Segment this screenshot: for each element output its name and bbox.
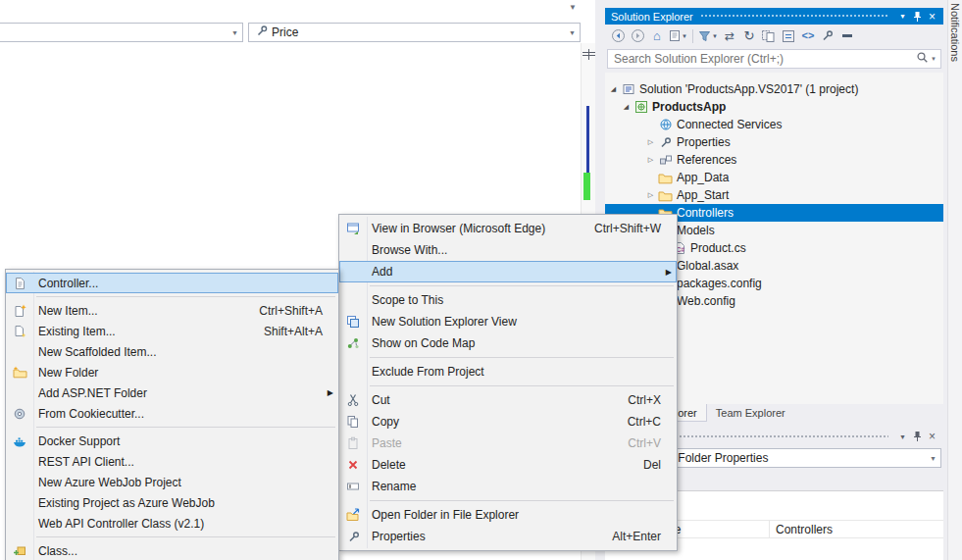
menu-separator	[370, 357, 674, 358]
cut-icon	[341, 393, 365, 407]
add-submenu: Controller... New Item... Ctrl+Shift+A E…	[5, 269, 339, 560]
chevron-down-icon[interactable]: ▼	[569, 3, 577, 12]
menu-item-new-azure-webjob-project[interactable]: New Azure WebJob Project	[6, 472, 338, 492]
menu-item-scope-to-this[interactable]: Scope to This	[339, 289, 677, 311]
tree-item-app-start[interactable]: ▷ App_Start	[605, 186, 943, 204]
close-icon[interactable]: ×	[925, 10, 939, 24]
menu-item-web-api-controller-class[interactable]: Web API Controller Class (v2.1)	[6, 513, 338, 534]
code-map-icon	[341, 336, 365, 350]
solution-explorer-toolbar: ⌂ ▼ ▼ ⇄ ↻ <>	[605, 25, 943, 47]
expander-icon[interactable]: ▷	[644, 138, 657, 146]
tree-item-references[interactable]: ▷ References	[605, 151, 943, 169]
refresh-icon[interactable]: ↻	[739, 26, 759, 46]
view-code-icon[interactable]: <>	[798, 26, 818, 46]
menu-separator	[36, 296, 335, 297]
wrench-icon	[255, 25, 268, 40]
show-all-files-icon[interactable]	[759, 26, 779, 46]
tree-item-app-data[interactable]: App_Data	[605, 169, 943, 186]
expander-icon[interactable]: ▷	[644, 156, 657, 164]
chevron-down-icon[interactable]: ▼	[926, 449, 940, 467]
preview-selected-items-icon[interactable]	[837, 26, 857, 46]
expander-icon[interactable]: ◢	[607, 85, 620, 93]
menu-item-delete[interactable]: Delete Del	[339, 454, 677, 476]
browser-icon	[341, 222, 365, 235]
notifications-strip[interactable]: Notifications	[947, 0, 962, 560]
menu-item-browse-with[interactable]: Browse With...	[339, 239, 677, 261]
menu-separator	[36, 427, 335, 428]
menu-item-rest-api-client[interactable]: REST API Client...	[6, 451, 338, 472]
tree-item-solution[interactable]: ◢ Solution 'ProductsApp.VS2017' (1 proje…	[605, 80, 943, 98]
sync-active-document-icon[interactable]: ⇄	[720, 26, 739, 46]
menu-item-add[interactable]: Add ▶	[339, 261, 677, 282]
menu-separator	[370, 285, 674, 286]
tab-team-explorer[interactable]: Team Explorer	[707, 404, 794, 422]
filter-icon[interactable]: ▼	[696, 26, 720, 46]
nav-members-dropdown[interactable]: Price ▼	[248, 23, 581, 42]
cookiecutter-icon	[8, 407, 31, 421]
existing-item-icon	[8, 325, 31, 338]
back-icon[interactable]	[608, 26, 628, 46]
collapse-all-icon[interactable]	[779, 26, 798, 46]
menu-item-docker-support[interactable]: Docker Support	[6, 431, 338, 451]
menu-item-new-folder[interactable]: New Folder	[6, 362, 338, 382]
search-input[interactable]	[614, 52, 916, 66]
menu-item-add-aspnet-folder[interactable]: Add ASP.NET Folder ▶	[6, 382, 338, 403]
menu-item-class[interactable]: Class...	[6, 540, 338, 560]
tree-item-project[interactable]: ◢ ProductsApp	[605, 98, 943, 116]
nav-members-value: Price	[272, 25, 298, 39]
menu-item-copy[interactable]: Copy Ctrl+C	[339, 411, 677, 433]
project-icon	[633, 100, 649, 114]
split-editor-handle[interactable]	[582, 49, 595, 63]
paste-icon	[341, 436, 365, 450]
menu-separator	[370, 385, 674, 386]
pin-icon[interactable]	[910, 10, 925, 24]
menu-item-exclude-from-project[interactable]: Exclude From Project	[339, 361, 677, 382]
search-icon[interactable]	[916, 51, 929, 67]
menu-item-view-in-browser[interactable]: View in Browser (Microsoft Edge) Ctrl+Sh…	[339, 218, 677, 239]
new-item-icon	[8, 304, 31, 318]
properties-icon[interactable]	[818, 26, 837, 46]
menu-item-existing-project-as-azure-webjob[interactable]: Existing Project as Azure WebJob	[6, 492, 338, 513]
menu-item-new-item[interactable]: New Item... Ctrl+Shift+A	[6, 300, 338, 321]
rename-icon	[341, 480, 365, 493]
titlebar-grip	[667, 434, 888, 439]
expander-icon[interactable]: ◢	[620, 103, 633, 111]
close-icon[interactable]: ×	[925, 430, 939, 443]
menu-item-controller[interactable]: Controller...	[6, 273, 338, 293]
menu-item-from-cookiecutter[interactable]: From Cookiecutter...	[6, 403, 338, 424]
menu-item-new-solution-explorer-view[interactable]: New Solution Explorer View	[339, 311, 677, 332]
menu-separator	[370, 500, 674, 501]
chevron-down-icon[interactable]: ▼	[565, 24, 580, 41]
references-icon	[657, 153, 674, 167]
home-icon[interactable]: ⌂	[647, 26, 667, 46]
menu-item-rename[interactable]: Rename	[339, 476, 677, 497]
notifications-label: Notifications	[949, 3, 961, 62]
solution-explorer-search: ▼	[607, 49, 941, 69]
solution-icon	[620, 82, 636, 96]
menu-item-properties[interactable]: Properties Alt+Enter	[339, 526, 677, 547]
menu-item-new-scaffolded-item[interactable]: New Scaffolded Item...	[6, 341, 338, 362]
menu-item-cut[interactable]: Cut Ctrl+X	[339, 389, 677, 411]
nav-types-dropdown[interactable]: ▼	[0, 23, 243, 42]
chevron-down-icon[interactable]: ▼	[931, 56, 937, 62]
submenu-arrow-icon: ▶	[328, 388, 333, 397]
solution-explorer-view-icon	[341, 315, 365, 329]
folder-icon	[657, 172, 674, 184]
menu-item-existing-item[interactable]: Existing Item... Shift+Alt+A	[6, 321, 338, 341]
menu-item-open-folder-in-file-explorer[interactable]: Open Folder in File Explorer	[339, 504, 677, 526]
window-position-icon[interactable]: ▼	[895, 10, 910, 24]
menu-item-show-on-code-map[interactable]: Show on Code Map	[339, 332, 677, 354]
window-position-icon[interactable]: ▼	[895, 430, 910, 443]
chevron-down-icon[interactable]: ▼	[228, 24, 242, 41]
forward-icon[interactable]	[628, 26, 647, 46]
switch-views-icon[interactable]: ▼	[667, 26, 689, 46]
pin-icon[interactable]	[910, 430, 925, 443]
folder-icon	[657, 189, 674, 202]
open-folder-icon	[341, 508, 365, 522]
property-value[interactable]: Controllers	[770, 523, 833, 536]
tree-item-connected-services[interactable]: Connected Services	[605, 116, 943, 133]
tree-item-properties[interactable]: ▷ Properties	[605, 133, 943, 151]
solution-explorer-titlebar: Solution Explorer ▼ ×	[605, 8, 943, 25]
expander-icon[interactable]: ▷	[644, 191, 657, 199]
menu-item-paste[interactable]: Paste Ctrl+V	[339, 433, 677, 454]
